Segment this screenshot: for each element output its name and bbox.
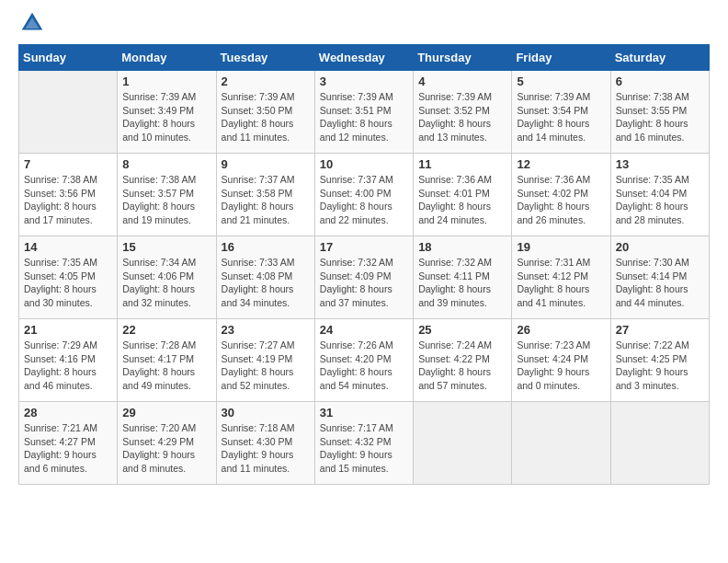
day-info: Sunrise: 7:37 AM Sunset: 3:58 PM Dayligh…	[222, 173, 310, 227]
day-info: Sunrise: 7:39 AM Sunset: 3:50 PM Dayligh…	[222, 90, 310, 144]
calendar-day-1: 1Sunrise: 7:39 AM Sunset: 3:49 PM Daylig…	[118, 71, 216, 154]
day-info: Sunrise: 7:28 AM Sunset: 4:17 PM Dayligh…	[122, 339, 210, 393]
calendar-week-row: 1Sunrise: 7:39 AM Sunset: 3:49 PM Daylig…	[19, 71, 710, 154]
day-number: 21	[24, 323, 112, 337]
day-number: 23	[222, 323, 310, 337]
calendar-day-20: 20Sunrise: 7:30 AM Sunset: 4:14 PM Dayli…	[610, 236, 709, 319]
day-number: 9	[222, 157, 310, 171]
day-number: 14	[24, 240, 112, 254]
day-number: 12	[517, 157, 605, 171]
day-number: 30	[222, 406, 310, 419]
day-number: 28	[24, 406, 112, 419]
day-number: 6	[616, 75, 704, 88]
day-info: Sunrise: 7:27 AM Sunset: 4:19 PM Dayligh…	[222, 339, 310, 393]
calendar-week-row: 14Sunrise: 7:35 AM Sunset: 4:05 PM Dayli…	[19, 236, 710, 319]
calendar-day-17: 17Sunrise: 7:32 AM Sunset: 4:09 PM Dayli…	[314, 236, 413, 319]
calendar-day-27: 27Sunrise: 7:22 AM Sunset: 4:25 PM Dayli…	[610, 319, 709, 402]
calendar-day-13: 13Sunrise: 7:35 AM Sunset: 4:04 PM Dayli…	[610, 154, 709, 236]
calendar-day-4: 4Sunrise: 7:39 AM Sunset: 3:52 PM Daylig…	[414, 71, 512, 154]
day-number: 16	[222, 240, 310, 254]
day-info: Sunrise: 7:35 AM Sunset: 4:05 PM Dayligh…	[24, 256, 112, 310]
day-info: Sunrise: 7:39 AM Sunset: 3:49 PM Dayligh…	[122, 90, 210, 144]
day-number: 24	[320, 323, 408, 337]
day-info: Sunrise: 7:18 AM Sunset: 4:30 PM Dayligh…	[222, 421, 310, 476]
header-friday: Friday	[512, 45, 610, 71]
calendar-day-15: 15Sunrise: 7:34 AM Sunset: 4:06 PM Dayli…	[118, 236, 216, 319]
logo	[18, 9, 50, 37]
calendar-day-8: 8Sunrise: 7:38 AM Sunset: 3:57 PM Daylig…	[118, 154, 216, 236]
calendar-day-empty	[512, 402, 610, 485]
calendar-day-5: 5Sunrise: 7:39 AM Sunset: 3:54 PM Daylig…	[512, 71, 610, 154]
calendar-day-empty	[610, 402, 709, 485]
day-info: Sunrise: 7:26 AM Sunset: 4:20 PM Dayligh…	[320, 339, 408, 393]
day-info: Sunrise: 7:17 AM Sunset: 4:32 PM Dayligh…	[320, 421, 408, 476]
calendar-day-12: 12Sunrise: 7:36 AM Sunset: 4:02 PM Dayli…	[512, 154, 610, 236]
day-info: Sunrise: 7:30 AM Sunset: 4:14 PM Dayligh…	[616, 256, 704, 310]
header-sunday: Sunday	[19, 45, 118, 71]
header	[18, 9, 710, 37]
day-number: 17	[320, 240, 408, 254]
day-number: 3	[320, 75, 408, 88]
day-number: 1	[122, 75, 210, 88]
day-info: Sunrise: 7:33 AM Sunset: 4:08 PM Dayligh…	[222, 256, 310, 310]
calendar-day-14: 14Sunrise: 7:35 AM Sunset: 4:05 PM Dayli…	[19, 236, 118, 319]
day-info: Sunrise: 7:32 AM Sunset: 4:11 PM Dayligh…	[418, 256, 506, 310]
calendar-day-2: 2Sunrise: 7:39 AM Sunset: 3:50 PM Daylig…	[216, 71, 314, 154]
day-info: Sunrise: 7:34 AM Sunset: 4:06 PM Dayligh…	[122, 256, 210, 310]
calendar-day-23: 23Sunrise: 7:27 AM Sunset: 4:19 PM Dayli…	[216, 319, 314, 402]
day-number: 22	[122, 323, 210, 337]
calendar-day-30: 30Sunrise: 7:18 AM Sunset: 4:30 PM Dayli…	[216, 402, 314, 485]
day-number: 19	[517, 240, 605, 254]
day-info: Sunrise: 7:32 AM Sunset: 4:09 PM Dayligh…	[320, 256, 408, 310]
calendar-table: SundayMondayTuesdayWednesdayThursdayFrid…	[18, 44, 710, 485]
day-info: Sunrise: 7:29 AM Sunset: 4:16 PM Dayligh…	[24, 339, 112, 393]
day-info: Sunrise: 7:38 AM Sunset: 3:55 PM Dayligh…	[616, 90, 704, 144]
calendar-day-26: 26Sunrise: 7:23 AM Sunset: 4:24 PM Dayli…	[512, 319, 610, 402]
calendar-day-6: 6Sunrise: 7:38 AM Sunset: 3:55 PM Daylig…	[610, 71, 709, 154]
day-info: Sunrise: 7:38 AM Sunset: 3:57 PM Dayligh…	[122, 173, 210, 227]
header-saturday: Saturday	[610, 45, 709, 71]
day-number: 10	[320, 157, 408, 171]
day-info: Sunrise: 7:21 AM Sunset: 4:27 PM Dayligh…	[24, 421, 112, 476]
calendar-day-29: 29Sunrise: 7:20 AM Sunset: 4:29 PM Dayli…	[118, 402, 216, 485]
day-number: 13	[616, 157, 704, 171]
day-info: Sunrise: 7:37 AM Sunset: 4:00 PM Dayligh…	[320, 173, 408, 227]
calendar-day-22: 22Sunrise: 7:28 AM Sunset: 4:17 PM Dayli…	[118, 319, 216, 402]
day-number: 8	[122, 157, 210, 171]
day-info: Sunrise: 7:39 AM Sunset: 3:52 PM Dayligh…	[418, 90, 506, 144]
header-wednesday: Wednesday	[314, 45, 413, 71]
day-info: Sunrise: 7:36 AM Sunset: 4:02 PM Dayligh…	[517, 173, 605, 227]
day-number: 20	[616, 240, 704, 254]
day-number: 4	[418, 75, 506, 88]
calendar-day-21: 21Sunrise: 7:29 AM Sunset: 4:16 PM Dayli…	[19, 319, 118, 402]
calendar-week-row: 7Sunrise: 7:38 AM Sunset: 3:56 PM Daylig…	[19, 154, 710, 236]
day-info: Sunrise: 7:31 AM Sunset: 4:12 PM Dayligh…	[517, 256, 605, 310]
header-monday: Monday	[118, 45, 216, 71]
day-number: 29	[122, 406, 210, 419]
calendar-day-31: 31Sunrise: 7:17 AM Sunset: 4:32 PM Dayli…	[314, 402, 413, 485]
calendar-day-18: 18Sunrise: 7:32 AM Sunset: 4:11 PM Dayli…	[414, 236, 512, 319]
logo-icon	[18, 9, 46, 37]
day-info: Sunrise: 7:23 AM Sunset: 4:24 PM Dayligh…	[517, 339, 605, 393]
day-number: 5	[517, 75, 605, 88]
header-tuesday: Tuesday	[216, 45, 314, 71]
calendar-day-7: 7Sunrise: 7:38 AM Sunset: 3:56 PM Daylig…	[19, 154, 118, 236]
calendar-day-19: 19Sunrise: 7:31 AM Sunset: 4:12 PM Dayli…	[512, 236, 610, 319]
calendar-day-16: 16Sunrise: 7:33 AM Sunset: 4:08 PM Dayli…	[216, 236, 314, 319]
calendar-day-3: 3Sunrise: 7:39 AM Sunset: 3:51 PM Daylig…	[314, 71, 413, 154]
calendar-day-25: 25Sunrise: 7:24 AM Sunset: 4:22 PM Dayli…	[414, 319, 512, 402]
calendar-week-row: 21Sunrise: 7:29 AM Sunset: 4:16 PM Dayli…	[19, 319, 710, 402]
day-number: 15	[122, 240, 210, 254]
day-info: Sunrise: 7:22 AM Sunset: 4:25 PM Dayligh…	[616, 339, 704, 393]
calendar-day-24: 24Sunrise: 7:26 AM Sunset: 4:20 PM Dayli…	[314, 319, 413, 402]
day-info: Sunrise: 7:39 AM Sunset: 3:51 PM Dayligh…	[320, 90, 408, 144]
calendar-day-11: 11Sunrise: 7:36 AM Sunset: 4:01 PM Dayli…	[414, 154, 512, 236]
day-info: Sunrise: 7:39 AM Sunset: 3:54 PM Dayligh…	[517, 90, 605, 144]
day-number: 27	[616, 323, 704, 337]
day-number: 26	[517, 323, 605, 337]
day-info: Sunrise: 7:24 AM Sunset: 4:22 PM Dayligh…	[418, 339, 506, 393]
calendar-day-empty	[19, 71, 118, 154]
calendar-day-10: 10Sunrise: 7:37 AM Sunset: 4:00 PM Dayli…	[314, 154, 413, 236]
day-info: Sunrise: 7:35 AM Sunset: 4:04 PM Dayligh…	[616, 173, 704, 227]
calendar-day-9: 9Sunrise: 7:37 AM Sunset: 3:58 PM Daylig…	[216, 154, 314, 236]
